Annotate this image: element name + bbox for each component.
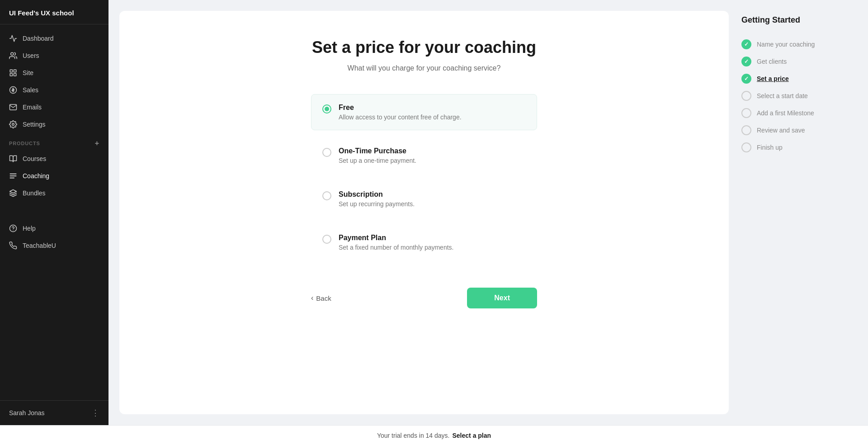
option-subscription-title: Subscription [339,190,415,199]
radio-free [322,104,331,114]
radio-payment-plan [322,235,331,244]
sidebar-item-teachableu[interactable]: TeachableU [0,237,108,254]
books-icon [9,155,17,163]
sidebar-item-label: TeachableU [23,242,56,249]
sidebar-item-dashboard[interactable]: Dashboard [0,30,108,47]
getting-started-title: Getting Started [740,15,857,25]
main-area: Set a price for your coaching What will … [108,0,868,425]
svg-point-0 [11,52,14,55]
svg-point-6 [12,123,14,126]
step-start-date[interactable]: Select a start date [740,87,857,104]
sidebar-item-site[interactable]: Site [0,64,108,81]
sidebar-item-users[interactable]: Users [0,47,108,64]
option-one-time[interactable]: One-Time Purchase Set up a one-time paym… [311,137,537,174]
option-free-desc: Allow access to your content free of cha… [339,114,462,121]
teachableu-icon [9,241,17,250]
option-subscription-desc: Set up recurring payments. [339,200,415,208]
sidebar-item-label: Coaching [23,172,49,180]
help-icon [9,224,17,232]
radio-subscription [322,191,331,200]
back-button[interactable]: ‹ Back [311,294,331,302]
bundles-icon [9,189,17,197]
step-label-name-coaching: Name your coaching [757,41,815,48]
step-check-review-save [741,125,751,135]
trial-text: Your trial ends in 14 days. [377,432,450,439]
center-card: Set a price for your coaching What will … [119,11,729,414]
next-button[interactable]: Next [467,288,537,308]
sidebar-item-label: Dashboard [23,35,54,42]
svg-rect-4 [14,74,16,76]
step-label-set-price: Set a price [757,75,789,82]
step-check-start-date [741,91,751,101]
sidebar-item-emails[interactable]: Emails [0,99,108,116]
coaching-icon [9,172,17,180]
option-free-content: Free Allow access to your content free o… [339,104,462,121]
sidebar-item-sales[interactable]: Sales [0,81,108,99]
option-payment-plan-desc: Set a fixed number of monthly payments. [339,244,453,251]
sidebar-item-coaching[interactable]: Coaching [0,167,108,185]
option-payment-plan-content: Payment Plan Set a fixed number of month… [339,234,453,251]
option-subscription-content: Subscription Set up recurring payments. [339,190,415,208]
option-payment-plan[interactable]: Payment Plan Set a fixed number of month… [311,224,537,260]
svg-marker-10 [10,190,17,194]
step-label-get-clients: Get clients [757,58,787,65]
step-get-clients[interactable]: Get clients [740,53,857,70]
option-one-time-title: One-Time Purchase [339,147,416,155]
more-options-icon[interactable]: ⋮ [91,408,99,418]
step-check-get-clients [741,57,751,66]
user-name: Sarah Jonas [9,409,45,417]
sidebar-item-courses[interactable]: Courses [0,150,108,167]
svg-rect-3 [10,74,12,76]
getting-started-panel: Getting Started Name your coaching Get c… [740,11,857,414]
app-logo: UI Feed's UX school [0,0,108,24]
svg-rect-1 [10,70,12,72]
sidebar-item-help[interactable]: Help [0,220,108,237]
step-review-save[interactable]: Review and save [740,122,857,139]
sidebar-item-bundles[interactable]: Bundles [0,185,108,202]
radio-one-time [322,148,331,157]
option-payment-plan-title: Payment Plan [339,234,453,242]
step-check-first-milestone [741,108,751,118]
sidebar-item-label: Settings [23,121,46,128]
step-label-review-save: Review and save [757,127,805,134]
sidebar-item-label: Bundles [23,189,46,197]
option-free[interactable]: Free Allow access to your content free o… [311,94,537,130]
sidebar-item-label: Courses [23,155,46,162]
sidebar-item-label: Users [23,52,39,59]
page-title: Set a price for your coaching [312,38,536,57]
sidebar-footer: Sarah Jonas ⋮ [0,400,108,425]
page-subtitle: What will you charge for your coaching s… [348,64,501,72]
sidebar: UI Feed's UX school Dashboard Users [0,0,108,425]
step-check-finish-up [741,142,751,152]
users-icon [9,52,17,60]
sidebar-item-label: Help [23,225,36,232]
sidebar-item-label: Sales [23,86,38,94]
products-section-label: PRODUCTS + [0,133,108,150]
step-name-coaching[interactable]: Name your coaching [740,36,857,53]
select-plan-link[interactable]: Select a plan [453,432,491,439]
card-navigation: ‹ Back Next [311,288,537,308]
step-first-milestone[interactable]: Add a first Milestone [740,104,857,122]
svg-rect-2 [14,70,16,72]
chevron-left-icon: ‹ [311,294,313,302]
chart-line-icon [9,34,17,43]
option-one-time-desc: Set up a one-time payment. [339,157,416,164]
step-check-set-price [741,74,751,84]
step-label-finish-up: Finish up [757,144,783,151]
step-set-price[interactable]: Set a price [740,70,857,87]
grid-icon [9,69,17,77]
add-product-button[interactable]: + [95,139,99,147]
option-one-time-content: One-Time Purchase Set up a one-time paym… [339,147,416,164]
bottom-bar: Your trial ends in 14 days. Select a pla… [0,425,868,445]
step-label-first-milestone: Add a first Milestone [757,109,814,117]
option-subscription[interactable]: Subscription Set up recurring payments. [311,181,537,217]
step-finish-up[interactable]: Finish up [740,139,857,156]
sidebar-item-label: Site [23,69,33,76]
gear-icon [9,120,17,128]
dollar-icon [9,86,17,94]
sidebar-item-settings[interactable]: Settings [0,116,108,133]
sidebar-item-label: Emails [23,104,42,111]
pricing-options-list: Free Allow access to your content free o… [311,94,537,260]
mail-icon [9,103,17,111]
sidebar-nav: Dashboard Users Site [0,24,108,400]
